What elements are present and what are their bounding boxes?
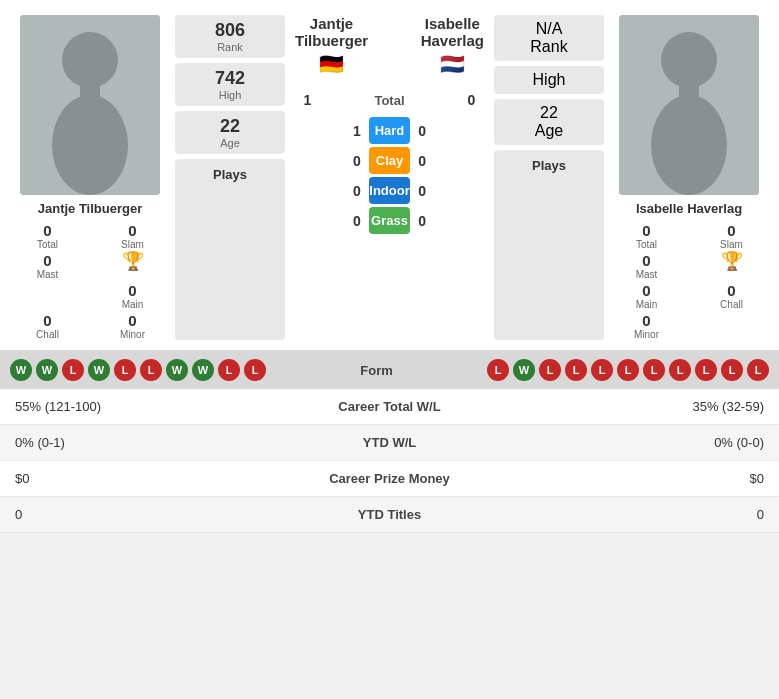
total-row: 1 Total 0 [295, 92, 484, 108]
left-clay-score: 0 [344, 153, 369, 169]
form-badge-l: L [487, 359, 509, 381]
clay-surface-button[interactable]: Clay [369, 147, 409, 174]
right-chall-stat: 0 Chall [694, 282, 769, 310]
stats-row-1: 0% (0-1) YTD W/L 0% (0-0) [0, 425, 779, 461]
left-chall-stat: 0 Chall [10, 312, 85, 340]
stats-left-3: 0 [15, 507, 290, 522]
form-badge-l: L [244, 359, 266, 381]
svg-point-1 [62, 32, 118, 88]
surface-row-hard: 1 Hard 0 [344, 117, 434, 144]
stats-row-3: 0 YTD Titles 0 [0, 497, 779, 533]
form-badge-l: L [218, 359, 240, 381]
left-header-name: JantjeTilbuerger [295, 15, 368, 49]
surface-rows: 1 Hard 0 0 Clay 0 0 Indoor 0 0 Grass 0 [344, 114, 434, 237]
surface-row-indoor: 0 Indoor 0 [344, 177, 434, 204]
right-high-value: High [499, 71, 599, 89]
left-middle-stats: 806 Rank 742 High 22 Age Plays [175, 15, 285, 340]
left-minor-stat: 0 Minor [95, 312, 170, 340]
left-main-stat: 0 Main [95, 282, 170, 310]
total-label: Total [320, 93, 459, 108]
left-high-label: High [180, 89, 280, 101]
right-player-header: IsabelleHaverlag 🇳🇱 [421, 15, 484, 76]
form-badge-l: L [617, 359, 639, 381]
left-plays-card: Plays [175, 159, 285, 340]
hard-surface-button[interactable]: Hard [369, 117, 409, 144]
right-total-score: 0 [459, 92, 484, 108]
stats-rows: 55% (121-100) Career Total W/L 35% (32-5… [0, 389, 779, 533]
svg-point-5 [661, 32, 717, 88]
form-section: WWLWLLWWLL Form LWLLLLLLLLL [0, 351, 779, 389]
left-age-card: 22 Age [175, 111, 285, 154]
right-trophy: 🏆 [694, 252, 769, 280]
right-plays-card: Plays [494, 150, 604, 340]
svg-point-2 [52, 95, 128, 195]
form-badge-w: W [192, 359, 214, 381]
svg-rect-3 [80, 83, 100, 103]
stats-row-0: 55% (121-100) Career Total W/L 35% (32-5… [0, 389, 779, 425]
left-indoor-score: 0 [344, 183, 369, 199]
form-badge-l: L [643, 359, 665, 381]
form-badge-w: W [36, 359, 58, 381]
left-high-value: 742 [180, 68, 280, 89]
center-section: JantjeTilbuerger 🇩🇪 IsabelleHaverlag 🇳🇱 … [290, 15, 489, 340]
form-badge-l: L [565, 359, 587, 381]
form-badge-l: L [140, 359, 162, 381]
right-hard-score: 0 [410, 123, 435, 139]
left-rank-label: Rank [180, 41, 280, 53]
right-player-stats: 0 Total 0 Slam 0 Mast 🏆 0 Main [609, 222, 769, 340]
right-player-card: Isabelle Haverlag 0 Total 0 Slam 0 Mast … [609, 15, 769, 340]
right-trophy-icon: 🏆 [721, 252, 743, 270]
right-slam-stat: 0 Slam [694, 222, 769, 250]
form-badge-w: W [166, 359, 188, 381]
left-trophy-icon: 🏆 [122, 252, 144, 270]
right-form-badges: LWLLLLLLLLL [487, 359, 769, 381]
left-slam-stat: 0 Slam [95, 222, 170, 250]
main-container: Jantje Tilbuerger 0 Total 0 Slam 0 Mast … [0, 0, 779, 533]
stats-center-2: Career Prize Money [290, 471, 490, 486]
right-mast-stat: 0 Mast [609, 252, 684, 280]
left-rank-card: 806 Rank [175, 15, 285, 58]
stats-left-1: 0% (0-1) [15, 435, 290, 450]
stats-row-2: $0 Career Prize Money $0 [0, 461, 779, 497]
indoor-surface-button[interactable]: Indoor [369, 177, 409, 204]
left-flag: 🇩🇪 [295, 52, 368, 76]
right-age-card: 22 Age [494, 99, 604, 145]
left-player-name: Jantje Tilbuerger [38, 201, 143, 216]
left-total-score: 1 [295, 92, 320, 108]
left-age-label: Age [180, 137, 280, 149]
left-rank-value: 806 [180, 20, 280, 41]
left-player-header: JantjeTilbuerger 🇩🇪 [295, 15, 368, 76]
form-badge-w: W [513, 359, 535, 381]
top-section: Jantje Tilbuerger 0 Total 0 Slam 0 Mast … [0, 0, 779, 351]
left-plays-label: Plays [180, 167, 280, 182]
form-badge-l: L [591, 359, 613, 381]
stats-center-0: Career Total W/L [290, 399, 490, 414]
left-total-stat: 0 Total [10, 222, 85, 250]
player-headers-row: JantjeTilbuerger 🇩🇪 IsabelleHaverlag 🇳🇱 [295, 15, 484, 84]
stats-right-1: 0% (0-0) [490, 435, 765, 450]
left-mast-stat: 0 Mast [10, 252, 85, 280]
left-player-stats: 0 Total 0 Slam 0 Mast 🏆 0 Main [10, 222, 170, 340]
left-hard-score: 1 [344, 123, 369, 139]
form-badge-l: L [114, 359, 136, 381]
svg-point-6 [651, 95, 727, 195]
right-main-stat: 0 Main [609, 282, 684, 310]
stats-left-0: 55% (121-100) [15, 399, 290, 414]
surface-row-clay: 0 Clay 0 [344, 147, 434, 174]
left-high-card: 742 High [175, 63, 285, 106]
right-grass-score: 0 [410, 213, 435, 229]
right-clay-score: 0 [410, 153, 435, 169]
form-badge-l: L [62, 359, 84, 381]
left-trophy: 🏆 [95, 252, 170, 280]
stats-left-2: $0 [15, 471, 290, 486]
left-age-value: 22 [180, 116, 280, 137]
right-high-card: High [494, 66, 604, 94]
form-badge-l: L [539, 359, 561, 381]
right-header-name: IsabelleHaverlag [421, 15, 484, 49]
left-player-photo [20, 15, 160, 195]
left-form-badges: WWLWLLWWLL [10, 359, 266, 381]
grass-surface-button[interactable]: Grass [369, 207, 409, 234]
stats-center-1: YTD W/L [290, 435, 490, 450]
right-minor-stat: 0 Minor [609, 312, 684, 340]
stats-center-3: YTD Titles [290, 507, 490, 522]
